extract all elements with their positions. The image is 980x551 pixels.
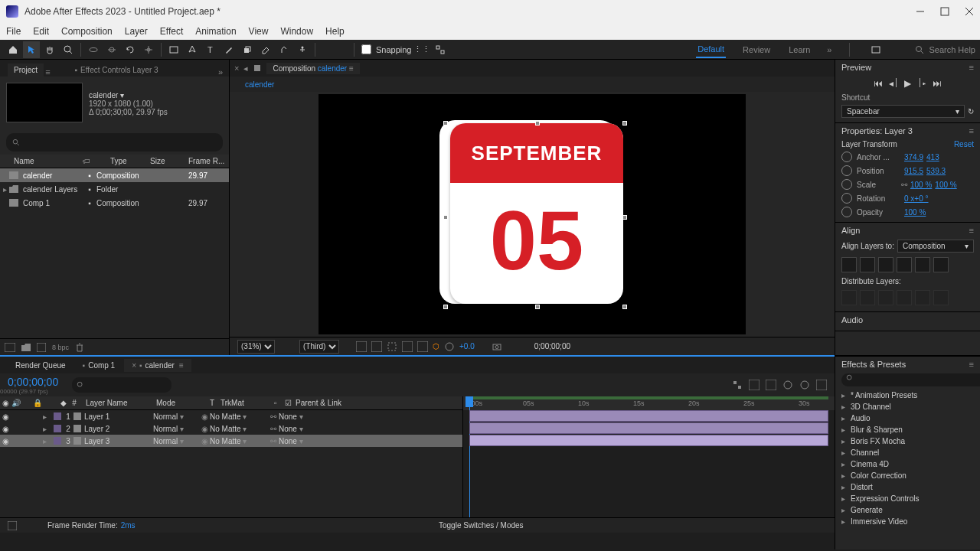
motion-blur-icon[interactable] [799,380,810,390]
menu-animation[interactable]: Animation [195,26,236,37]
effect-category[interactable]: ▸Distort [835,481,980,493]
snapshot-icon[interactable] [492,341,502,352]
scale-x[interactable]: 100 % [910,181,932,189]
effect-category[interactable]: ▸Color Correction [835,470,980,481]
next-frame-button[interactable]: ⏐▸ [917,78,926,89]
stopwatch-scale[interactable] [841,179,852,190]
menu-composition[interactable]: Composition [61,26,113,37]
project-row-comp1[interactable]: Comp 1 ▪ Composition 29.97 [0,196,229,210]
effect-category[interactable]: ▸Expression Controls [835,493,980,504]
menu-view[interactable]: View [249,26,269,37]
comp-tab-calender[interactable]: Composition calender ≡ [266,63,359,74]
viewer-timecode[interactable]: 0;00;00;00 [534,342,570,350]
play-button[interactable]: ▶ [904,78,911,89]
composition-viewer[interactable]: SEPTEMBER 05 [230,92,835,337]
stopwatch-position[interactable] [841,165,852,176]
comp-mini-flowchart-icon[interactable] [732,380,743,390]
tl-footer-icon[interactable] [8,521,17,530]
brush-tool[interactable] [220,41,237,58]
resolution-select[interactable]: (Third) [299,340,339,354]
mask-icon[interactable] [371,341,382,352]
snap-grid-icon[interactable] [432,41,449,58]
col-type[interactable]: Type [96,157,150,165]
selection-tool[interactable] [23,41,40,58]
snapping-checkbox[interactable] [361,44,371,54]
menu-layer[interactable]: Layer [125,26,148,37]
maximize-icon[interactable] [940,7,949,16]
align-hcenter-button[interactable] [860,257,875,272]
effect-category[interactable]: ▸Audio [835,412,980,424]
shy-icon[interactable] [766,380,776,390]
menu-window[interactable]: Window [280,26,313,37]
region-icon[interactable] [387,341,397,352]
draft-3d-icon[interactable] [749,380,760,390]
bpc-label[interactable]: 8 bpc [52,344,69,351]
anchor-x[interactable]: 374.9 [904,153,923,161]
project-row-layers[interactable]: ▸ calender Layers ▪ Folder [0,182,229,196]
timeline-ruler[interactable]: :00s 05s 10s 15s 20s 25s 30s [463,396,835,410]
stopwatch-anchor[interactable] [841,152,852,162]
comp-nav-icon[interactable] [253,64,262,73]
close-icon[interactable] [965,7,974,16]
first-frame-button[interactable]: ⏮ [874,78,883,89]
orbit-tool[interactable] [85,41,102,58]
effect-category[interactable]: ▸3D Channel [835,401,980,412]
link-icon[interactable]: ⚯ [901,181,907,189]
workspace-learn[interactable]: Learn [787,42,812,57]
roto-tool[interactable] [276,41,292,58]
effect-category[interactable]: ▸Channel [835,447,980,458]
stopwatch-opacity[interactable] [841,207,852,217]
position-y[interactable]: 539.3 [926,167,946,175]
effect-category[interactable]: ▸* Animation Presets [835,390,980,401]
effect-category[interactable]: ▸Blur & Sharpen [835,424,980,435]
project-tab[interactable]: Project [8,64,44,77]
zoom-select[interactable]: (31%) [237,340,275,354]
menu-effect[interactable]: Effect [160,26,183,37]
timeline-search[interactable] [90,378,167,392]
timeline-layer-row[interactable]: ◉▸2Layer 2Normal ▾◉No Matte ▾⚯None ▾ [0,422,462,435]
rectangle-tool[interactable] [165,41,182,58]
grid-guides-icon[interactable] [402,341,413,352]
comp-breadcrumb[interactable]: calender [230,77,835,92]
hand-tool[interactable] [41,41,58,58]
frame-blend-icon[interactable] [782,380,793,390]
shortcut-select[interactable]: Spacebar▾ [841,105,965,118]
home-tool[interactable] [5,41,21,58]
scale-y[interactable]: 100 % [935,181,956,189]
position-x[interactable]: 915.5 [904,167,923,175]
transparency-grid-icon[interactable] [356,341,367,352]
channel-icon[interactable] [417,341,428,352]
workspace-review[interactable]: Review [741,42,772,57]
search-help-input[interactable]: Search Help [929,45,975,54]
reset-exposure-icon[interactable] [444,341,455,352]
anchor-y[interactable]: 413 [926,153,939,161]
new-comp-icon[interactable] [37,343,46,352]
timeline-layer-row[interactable]: ◉▸3Layer 3Normal ▾◉No Matte ▾⚯None ▾ [0,435,462,447]
pen-tool[interactable] [184,41,201,58]
comp-thumbnail[interactable] [6,83,83,122]
anchor-tool[interactable] [140,41,157,58]
menu-edit[interactable]: Edit [33,26,49,37]
graph-editor-icon[interactable] [816,380,827,390]
opacity-value[interactable]: 100 % [904,208,926,217]
col-framerate[interactable]: Frame R... [188,157,227,165]
reset-button[interactable]: Reset [954,140,974,148]
effect-category[interactable]: ▸Cinema 4D [835,458,980,470]
trash-icon[interactable] [75,343,84,352]
text-tool[interactable]: T [202,41,219,58]
align-to-select[interactable]: Composition▾ [897,240,974,253]
share-icon[interactable] [867,41,884,58]
timeline-layer-row[interactable]: ◉▸1Layer 1Normal ▾◉No Matte ▾⚯None ▾ [0,410,462,422]
effect-category[interactable]: ▸Immersive Video [835,516,980,527]
exposure-value[interactable]: +0.0 [459,342,475,350]
last-frame-button[interactable]: ⏭ [933,78,942,89]
effect-category[interactable]: ▸Generate [835,504,980,516]
zoom-tool[interactable] [60,41,77,58]
effect-category[interactable]: ▸Boris FX Mocha [835,435,980,447]
timeline-timecode[interactable]: 0;00;00;00 [0,376,66,388]
calender-tab[interactable]: ×▪calender≡ [124,359,191,372]
render-queue-tab[interactable]: Render Queue [8,359,74,372]
project-search[interactable] [20,135,217,150]
align-top-button[interactable] [897,257,912,272]
puppet-tool[interactable] [294,41,311,58]
